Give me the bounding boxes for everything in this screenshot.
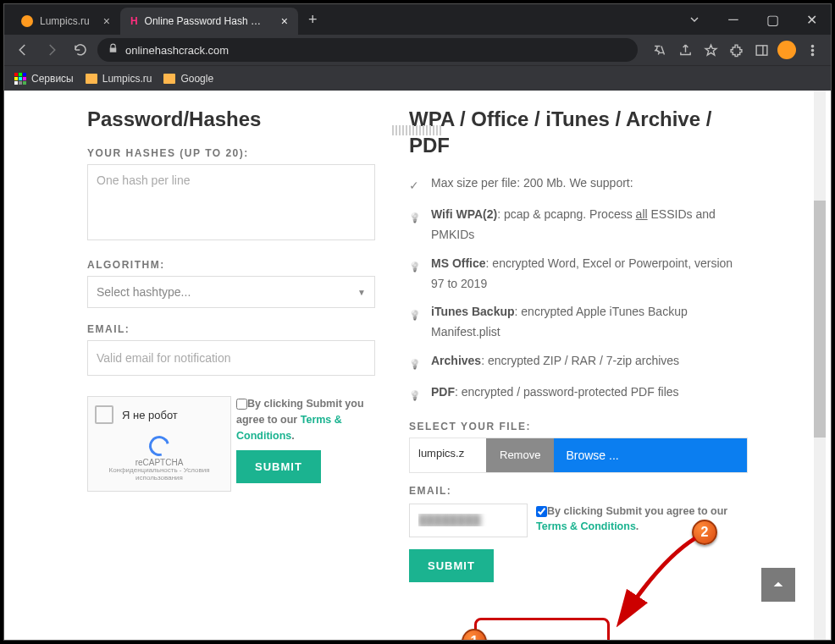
algorithm-select[interactable]: Select hashtype... ▼ bbox=[87, 276, 375, 308]
new-tab-button[interactable]: + bbox=[308, 11, 318, 29]
label-email: EMAIL: bbox=[87, 323, 375, 335]
check-icon bbox=[409, 176, 421, 196]
consent-text: By clicking Submit you agree to our Term… bbox=[236, 396, 375, 443]
bulb-icon bbox=[409, 385, 421, 405]
star-icon[interactable] bbox=[699, 38, 722, 62]
feature-item: PDF: encrypted / password-protected PDF … bbox=[431, 383, 679, 405]
bookmark-label: Google bbox=[180, 73, 213, 85]
svg-rect-0 bbox=[756, 45, 767, 54]
select-placeholder: Select hashtype... bbox=[97, 285, 191, 299]
label-email-right: EMAIL: bbox=[409, 485, 748, 497]
feature-item: iTunes Backup: encrypted Apple iTunes Ba… bbox=[431, 302, 748, 343]
bookmark-services[interactable]: Сервисы bbox=[14, 73, 74, 85]
svg-point-2 bbox=[811, 49, 813, 51]
lock-icon bbox=[108, 43, 119, 57]
forward-button[interactable] bbox=[40, 38, 64, 62]
svg-point-3 bbox=[811, 53, 813, 55]
bulb-icon bbox=[409, 354, 421, 374]
bulb-icon bbox=[409, 256, 421, 294]
close-window-button[interactable]: ✕ bbox=[792, 4, 831, 35]
feature-item: Archives: encrypted ZIP / RAR / 7-zip ar… bbox=[431, 351, 679, 374]
hashes-textarea[interactable] bbox=[87, 164, 375, 240]
svg-point-1 bbox=[811, 45, 813, 47]
feature-item: Wifi WPA(2): pcap & pcapng. Process all … bbox=[431, 205, 748, 245]
close-icon[interactable]: × bbox=[103, 14, 110, 28]
share-icon[interactable] bbox=[673, 38, 697, 62]
selected-filename: lumpics.z bbox=[410, 438, 486, 472]
scrollbar-thumb[interactable] bbox=[814, 201, 826, 438]
email-input[interactable] bbox=[87, 340, 375, 376]
email-input-right[interactable] bbox=[409, 504, 528, 537]
feature-list: Max size per file: 200 Mb. We support: W… bbox=[409, 173, 748, 405]
recaptcha-checkbox[interactable] bbox=[95, 405, 113, 424]
favicon-icon: H bbox=[130, 15, 138, 27]
sidepanel-icon[interactable] bbox=[749, 38, 773, 62]
consent-checkbox-right[interactable] bbox=[536, 506, 547, 517]
tabs-chevron-icon[interactable] bbox=[675, 4, 714, 35]
back-button[interactable] bbox=[11, 38, 35, 62]
page-content: Password/Hashes YOUR HASHES (UP TO 20): … bbox=[4, 91, 831, 640]
feature-item: Max size per file: 200 Mb. We support: bbox=[431, 173, 633, 196]
favicon-icon bbox=[21, 15, 33, 27]
translate-icon[interactable] bbox=[648, 38, 672, 62]
bulb-icon bbox=[409, 207, 421, 245]
recaptcha-privacy: Конфиденциальность - Условия использован… bbox=[95, 467, 224, 482]
scroll-to-top-button[interactable] bbox=[761, 568, 795, 602]
divider-stripe bbox=[392, 125, 441, 135]
label-algorithm: ALGORITHM: bbox=[87, 259, 375, 271]
maximize-button[interactable]: ▢ bbox=[753, 4, 792, 35]
url-text: onlinehashcrack.com bbox=[125, 44, 229, 57]
bookmark-label: Lumpics.ru bbox=[102, 73, 152, 85]
recaptcha-label: Я не робот bbox=[122, 409, 178, 421]
recaptcha-widget[interactable]: Я не робот reCAPTCHA Конфиденциальность … bbox=[87, 396, 231, 492]
minimize-button[interactable]: ─ bbox=[714, 4, 753, 35]
tab-label: Online Password Hash Crack - M bbox=[145, 15, 268, 27]
tab-onlinehashcrack[interactable]: H Online Password Hash Crack - M × bbox=[120, 8, 298, 35]
remove-file-button[interactable]: Remove bbox=[486, 438, 554, 472]
address-bar: onlinehashcrack.com bbox=[4, 35, 831, 65]
label-hashes: YOUR HASHES (UP TO 20): bbox=[87, 147, 375, 159]
heading-password-hashes: Password/Hashes bbox=[87, 106, 375, 132]
bookmark-lumpics[interactable]: Lumpics.ru bbox=[86, 73, 152, 85]
heading-wpa-office: WPA / Office / iTunes / Archive / PDF bbox=[409, 106, 748, 158]
tab-label: Lumpics.ru bbox=[40, 15, 90, 27]
bookmark-google[interactable]: Google bbox=[163, 73, 213, 85]
bookmark-label: Сервисы bbox=[31, 73, 74, 85]
browse-button[interactable]: Browse ... bbox=[554, 438, 747, 472]
titlebar: Lumpics.ru × H Online Password Hash Crac… bbox=[4, 4, 831, 35]
bookmarks-bar: Сервисы Lumpics.ru Google bbox=[4, 65, 831, 91]
close-icon[interactable]: × bbox=[281, 14, 288, 28]
submit-button-right[interactable]: SUBMIT bbox=[409, 549, 494, 582]
extensions-icon[interactable] bbox=[724, 38, 748, 62]
label-select-file: SELECT YOUR FILE: bbox=[409, 421, 748, 432]
browser-chrome: Lumpics.ru × H Online Password Hash Crac… bbox=[4, 4, 831, 91]
submit-button-left[interactable]: SUBMIT bbox=[236, 450, 321, 483]
feature-item: MS Office: encrypted Word, Excel or Powe… bbox=[431, 254, 748, 294]
menu-icon[interactable] bbox=[800, 38, 824, 62]
annotation-box-email bbox=[474, 618, 610, 640]
bulb-icon bbox=[409, 305, 421, 343]
recaptcha-logo-icon bbox=[149, 436, 169, 456]
terms-link-right[interactable]: Terms & Conditions bbox=[536, 520, 636, 532]
annotation-bubble-2: 2 bbox=[692, 520, 717, 545]
profile-avatar[interactable] bbox=[775, 38, 799, 62]
url-input[interactable]: onlinehashcrack.com bbox=[97, 38, 638, 62]
tab-lumpics[interactable]: Lumpics.ru × bbox=[11, 8, 120, 35]
consent-checkbox[interactable] bbox=[236, 399, 247, 410]
file-picker: lumpics.z Remove Browse ... bbox=[409, 438, 748, 473]
window-controls: ─ ▢ ✕ bbox=[675, 4, 831, 35]
reload-button[interactable] bbox=[69, 38, 92, 62]
chevron-down-icon: ▼ bbox=[357, 288, 366, 297]
